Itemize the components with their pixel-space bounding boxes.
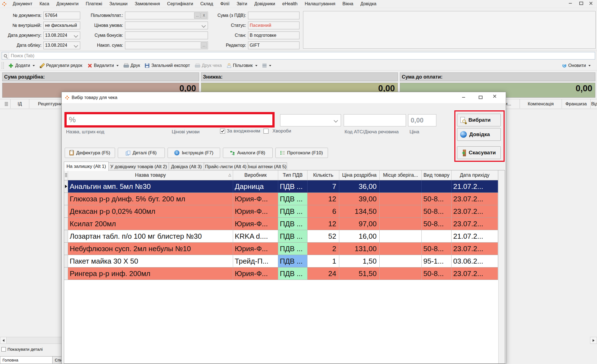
table-cell[interactable]: 36,00 xyxy=(339,180,380,193)
table-cell[interactable]: KRKA d.... xyxy=(233,230,278,243)
row-selector[interactable] xyxy=(64,218,68,230)
field[interactable]: 13.08.2024 xyxy=(43,41,80,49)
table-cell[interactable] xyxy=(380,205,422,218)
menu-item-1[interactable]: Документ xyxy=(9,0,36,8)
column-header-4[interactable]: Кількість xyxy=(307,170,339,180)
table-cell[interactable]: Ксилат 200мл xyxy=(68,218,233,230)
field[interactable]: 13.08.2024 xyxy=(43,32,80,39)
menu-item-13[interactable]: Налаштування xyxy=(301,0,339,8)
table-cell[interactable]: ПДВ ... xyxy=(278,267,307,280)
tab-main[interactable]: Головна xyxy=(0,356,53,364)
table-cell[interactable]: Пакет майка 30 X 50 xyxy=(68,255,233,267)
cancel-button[interactable]: Скасувати xyxy=(457,146,501,159)
row-selector[interactable] xyxy=(64,255,68,267)
toolbar-button-5[interactable]: Загальний експорт xyxy=(142,61,192,70)
chevron-down-icon[interactable] xyxy=(202,24,206,28)
chevron-down-icon[interactable] xyxy=(74,43,78,48)
field[interactable]: ... xyxy=(125,41,208,49)
table-cell[interactable]: ПДВ ... xyxy=(278,180,307,193)
function-button-2[interactable]: Деталі (F6) xyxy=(118,148,165,158)
field[interactable]: В подготовке xyxy=(248,32,299,39)
column-header-5[interactable]: Ціна роздрібна xyxy=(339,170,380,180)
menu-item-10[interactable]: Звіти xyxy=(233,0,251,8)
toolbar-button-2[interactable]: Редагувати рядок xyxy=(37,61,85,70)
table-cell[interactable]: 23.07.2... xyxy=(452,205,498,218)
scroll-left-icon[interactable] xyxy=(0,337,7,344)
function-button-5[interactable]: Протоколи (F10) xyxy=(275,148,328,158)
maximize-icon[interactable] xyxy=(578,1,585,6)
table-cell[interactable]: 131,00 xyxy=(339,243,380,255)
menu-item-6[interactable]: Замовлення xyxy=(131,0,163,8)
atc-code-input[interactable] xyxy=(344,115,406,126)
field[interactable]: 57654 xyxy=(43,12,80,19)
dialog-tab-1[interactable]: На залишку (Alt 1) xyxy=(64,162,109,171)
dialog-minimize-icon[interactable] xyxy=(458,93,469,101)
field[interactable]: Пасивний xyxy=(248,22,299,29)
close-icon[interactable] xyxy=(589,1,596,6)
table-cell[interactable]: 23.07.2... xyxy=(452,218,498,230)
row-selector[interactable] xyxy=(64,180,68,193)
menu-item-5[interactable]: Залишки xyxy=(106,0,131,8)
menu-item-11[interactable]: Довідники xyxy=(251,0,279,8)
table-cell[interactable]: ПДВ ... xyxy=(278,205,307,218)
row-selector[interactable] xyxy=(64,205,68,218)
function-button-3[interactable]: Інструкція (F7) xyxy=(168,148,220,158)
minimize-icon[interactable] xyxy=(567,1,574,6)
table-cell[interactable]: 12 xyxy=(307,193,339,205)
scroll-right-icon[interactable] xyxy=(590,337,597,344)
menu-item-3[interactable]: Документи xyxy=(53,0,82,8)
table-cell[interactable]: Юрия-Ф... xyxy=(233,205,278,218)
by-entry-checkbox[interactable] xyxy=(220,129,225,134)
table-cell[interactable]: ПДВ ... xyxy=(278,230,307,243)
table-cell[interactable]: 97,00 xyxy=(339,218,380,230)
dialog-tab-4[interactable]: Прайс-листи (Alt 4) xyxy=(204,162,248,171)
function-button-4[interactable]: Аналоги (F8) xyxy=(223,148,273,158)
table-cell[interactable]: Декасан р-р 0,02% 400мл xyxy=(68,205,233,218)
table-cell[interactable] xyxy=(422,230,452,243)
row-selector[interactable] xyxy=(64,193,68,205)
table-cell[interactable]: 95-1... xyxy=(422,255,452,267)
table-cell[interactable]: 03.06.2... xyxy=(452,255,498,267)
column-header-1[interactable]: Назва товару△ xyxy=(68,170,233,180)
table-cell[interactable]: 50-8... xyxy=(422,267,452,280)
dialog-close-icon[interactable] xyxy=(492,93,503,101)
table-cell[interactable]: ПДВ ... xyxy=(278,243,307,255)
show-details-checkbox[interactable] xyxy=(1,347,6,352)
table-cell[interactable]: ПДВ ... xyxy=(278,193,307,205)
price-terms-dropdown[interactable] xyxy=(280,114,341,126)
table-cell[interactable] xyxy=(380,180,422,193)
menu-item-7[interactable]: Сертифікати xyxy=(163,0,197,8)
field[interactable] xyxy=(125,32,208,39)
function-button-1[interactable]: Дефектура (F5) xyxy=(65,148,115,158)
field[interactable]: GIFT xyxy=(248,41,299,49)
dialog-maximize-icon[interactable] xyxy=(475,93,486,101)
table-cell[interactable]: Юрия-Ф... xyxy=(233,267,278,280)
refresh-button[interactable]: Оновити xyxy=(560,61,593,70)
table-cell[interactable]: 23.07.2... xyxy=(452,193,498,205)
table-cell[interactable]: 6 xyxy=(307,205,339,218)
menu-item-15[interactable]: Довідка xyxy=(357,0,380,8)
dialog-tab-2[interactable]: У довіднику товарів (Alt 2) xyxy=(109,162,169,171)
table-cell[interactable] xyxy=(380,230,422,243)
menu-item-9[interactable]: Філії xyxy=(217,0,233,8)
dialog-tab-3[interactable]: Довідка (Alt 3) xyxy=(169,162,204,171)
table-cell[interactable]: 39,00 xyxy=(339,193,380,205)
chevron-down-icon[interactable] xyxy=(74,33,78,38)
table-cell[interactable]: 2 xyxy=(307,243,339,255)
menu-item-14[interactable]: Вікна xyxy=(339,0,357,8)
table-cell[interactable]: 50-8... xyxy=(422,218,452,230)
table-cell[interactable]: Лозартан табл. п/о 100 мг блистер №30 xyxy=(68,230,233,243)
toolbar-button-6[interactable]: Друк чека xyxy=(192,61,224,70)
table-cell[interactable]: 12 xyxy=(307,218,339,230)
browse-button[interactable]: ... xyxy=(194,12,200,19)
table-cell[interactable] xyxy=(380,243,422,255)
table-cell[interactable]: Анальгин амп. 5мл №30 xyxy=(68,180,233,193)
table-cell[interactable]: 21.07.2... xyxy=(452,230,498,243)
search-input[interactable] xyxy=(9,53,595,58)
dialog-tab-5[interactable]: Інші аптеки (Alt 5) xyxy=(248,162,287,171)
column-header-7[interactable]: Вид товару xyxy=(422,170,452,180)
toolbar-button-3[interactable]: Видалити xyxy=(85,61,121,70)
toolbar-list-button[interactable] xyxy=(260,61,274,70)
browse-button[interactable]: ... xyxy=(201,42,207,48)
table-cell[interactable]: 50-8... xyxy=(422,243,452,255)
